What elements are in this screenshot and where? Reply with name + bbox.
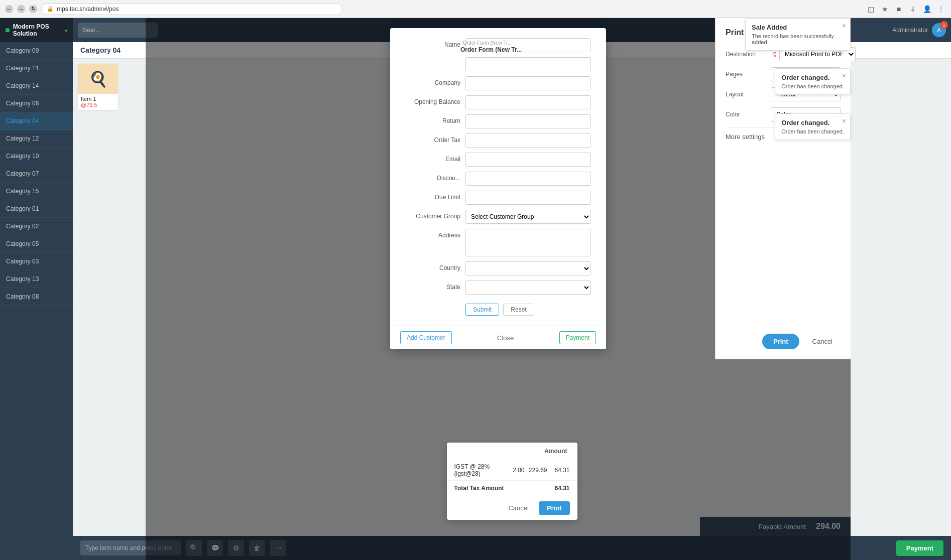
bottom-payment-button[interactable]: Payment [896, 540, 943, 556]
tax-modal: Amount IGST @ 28% (igst@28) 2.00 229.69 … [447, 443, 577, 520]
notification-badge: 1 [940, 21, 948, 29]
sidebar-item-category-11[interactable]: Category 11 [0, 60, 73, 77]
notification-area: A 1 [932, 23, 946, 37]
user-area: Administrator A 1 [892, 23, 946, 37]
address-input[interactable] [465, 229, 591, 256]
email-input[interactable] [465, 153, 591, 167]
due-limit-input[interactable] [465, 191, 591, 205]
item-image: 🍳 [78, 64, 118, 94]
reset-button[interactable]: Reset [503, 304, 534, 316]
sidebar-item-category-01[interactable]: Category 01 [0, 200, 73, 218]
url-bar[interactable]: 🔒 mps.tec.sh/admin#/pos [41, 3, 342, 15]
tax-qty: 2.00 [502, 467, 525, 474]
tax-cancel-button[interactable]: Cancel [503, 501, 533, 515]
extensions-icon[interactable]: ■ [894, 4, 904, 14]
sidebar-item-category-14[interactable]: Category 14 [0, 77, 73, 95]
name-label: Name [405, 38, 460, 48]
add-customer-button[interactable]: Add Customer [400, 331, 452, 344]
notification-2-text: Order has been changed. [781, 83, 844, 89]
cancel-print-button[interactable]: Cancel [804, 334, 841, 349]
order-form-title-input[interactable] [465, 57, 591, 71]
customer-group-select[interactable]: Select Customer Group [465, 210, 591, 224]
due-limit-label: Due Limit [405, 191, 460, 201]
download-icon[interactable]: ⇓ [908, 4, 918, 14]
refresh-button[interactable]: ↻ [29, 5, 37, 13]
company-label: Company [405, 76, 460, 86]
tax-amount: 64.31 [547, 467, 570, 474]
form-row-address: Address [405, 229, 591, 256]
user-label: Administrator [892, 27, 928, 34]
notification-1-title: Sale Added [752, 24, 844, 31]
menu-icon[interactable]: ⋮ [936, 4, 946, 14]
discount-input[interactable] [465, 172, 591, 186]
print-button[interactable]: Print [762, 334, 799, 349]
payment-button[interactable]: Payment [559, 331, 596, 344]
total-tax-amount: 64.31 [547, 485, 570, 492]
destination-label: Destination [726, 51, 766, 58]
company-input[interactable] [465, 76, 591, 90]
country-label: Country [405, 261, 460, 271]
item-price: @79.5 [81, 102, 115, 108]
opening-balance-label: Opening Balance [405, 95, 460, 105]
notification-2-close[interactable]: × [842, 72, 846, 80]
layout-label: Layout [726, 91, 766, 98]
status-dot: ● [65, 28, 68, 33]
sidebar-item-category-03[interactable]: Category 03 [0, 253, 73, 270]
customer-modal-body: Name Order Form (New Tr... Order Form (N… [390, 28, 606, 326]
form-row-state: State [405, 281, 591, 295]
form-row-order-tax: Order Tax [405, 133, 591, 148]
state-select[interactable] [465, 281, 591, 295]
sidebar-item-category-02[interactable]: Category 02 [0, 218, 73, 235]
amount-col-header: Amount [542, 448, 569, 455]
sidebar-item-category-04[interactable]: Category 04 [0, 112, 73, 130]
item-card[interactable]: 🍳 Item 1 @79.5 [78, 64, 118, 110]
main-content: Administrator A 1 Category 04 🍳 Item 1 @… [73, 18, 951, 560]
sidebar-item-category-09[interactable]: Category 09 [0, 42, 73, 60]
sidebar-item-category-08[interactable]: Category 08 [0, 288, 73, 306]
sidebar-item-category-12[interactable]: Category 12 [0, 130, 73, 148]
tax-name: IGST @ 28% (igst@28) [454, 463, 502, 477]
cast-icon[interactable]: ◫ [866, 4, 876, 14]
tax-row: IGST @ 28% (igst@28) 2.00 229.69 64.31 [447, 460, 577, 481]
sidebar-item-category-13[interactable]: Category 13 [0, 270, 73, 288]
back-button[interactable]: ← [5, 5, 13, 13]
notification-1-text: The record has been successfully added. [752, 33, 844, 45]
app-title: Modern POS Solution [13, 23, 62, 37]
tax-rate: 229.69 [525, 467, 547, 474]
notification-3-close[interactable]: × [842, 117, 846, 125]
forward-button[interactable]: → [17, 5, 25, 13]
sidebar-header: ■ Modern POS Solution ● [0, 18, 73, 42]
sidebar-item-category-05[interactable]: Category 05 [0, 235, 73, 253]
customer-modal-footer: Add Customer Close Payment [390, 326, 606, 349]
sidebar-item-category-06[interactable]: Category 06 [0, 95, 73, 112]
form-row-customer-group: Customer Group Select Customer Group [405, 210, 591, 224]
sidebar: ■ Modern POS Solution ● Category 09 Cate… [0, 18, 73, 560]
notification-order-changed-1: × Order changed. Order has been changed. [775, 68, 851, 95]
order-tax-input[interactable] [465, 133, 591, 148]
return-input[interactable] [465, 114, 591, 128]
bookmark-icon[interactable]: ★ [880, 4, 890, 14]
sidebar-item-category-15[interactable]: Category 15 [0, 183, 73, 200]
customer-modal: Name Order Form (New Tr... Order Form (N… [390, 28, 606, 349]
order-form-heading: Order Form (New Tr... [460, 46, 522, 53]
order-form-title: Order Form (New Tr... [463, 40, 512, 46]
notification-3-title: Order changed. [781, 119, 844, 126]
email-label: Email [405, 153, 460, 163]
sidebar-item-category-10[interactable]: Category 10 [0, 148, 73, 165]
printer-icon: 🖨 [771, 51, 777, 58]
app-container: ■ Modern POS Solution ● Category 09 Cate… [0, 18, 951, 560]
form-buttons: Submit Reset [405, 300, 591, 316]
country-select[interactable] [465, 261, 591, 275]
sidebar-item-category-07[interactable]: Category 07 [0, 165, 73, 183]
pages-label: Pages [726, 71, 766, 78]
opening-balance-input[interactable] [465, 95, 591, 109]
tax-print-button[interactable]: Print [539, 501, 570, 515]
notification-1-close[interactable]: × [842, 22, 846, 30]
profile-icon[interactable]: 👤 [922, 4, 932, 14]
submit-button[interactable]: Submit [465, 304, 499, 316]
close-button[interactable]: Close [492, 332, 519, 344]
state-label: State [405, 281, 460, 291]
color-label: Color [726, 111, 766, 118]
order-tax-label: Order Tax [405, 133, 460, 144]
form-row-due-limit: Due Limit [405, 191, 591, 205]
